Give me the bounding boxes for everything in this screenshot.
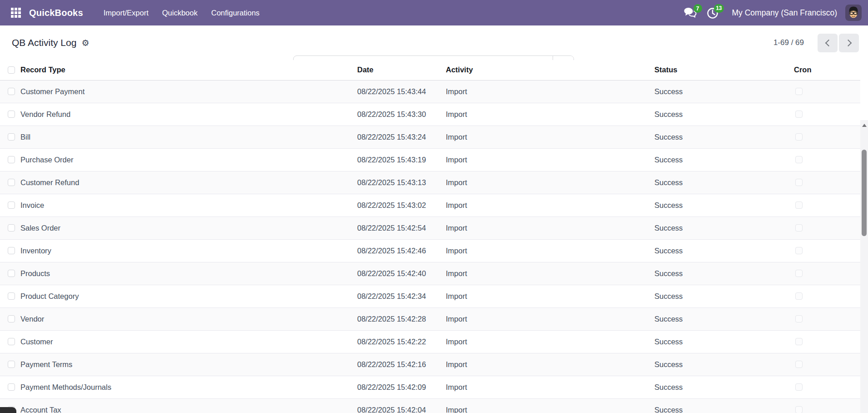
- row-checkbox[interactable]: [8, 133, 15, 141]
- actions-gear-button[interactable]: ⚙: [81, 39, 89, 47]
- nav-menus: Import/ExportQuickbookConfigurations: [97, 0, 266, 25]
- pager-next-button[interactable]: [839, 34, 859, 52]
- cell-record-type: Product Category: [20, 285, 357, 307]
- activity-rows: Customer Payment 08/22/2025 15:43:44 Imp…: [0, 80, 860, 413]
- table-row[interactable]: Customer Refund 08/22/2025 15:43:13 Impo…: [0, 171, 860, 194]
- table-row[interactable]: Customer Payment 08/22/2025 15:43:44 Imp…: [0, 80, 860, 103]
- cell-activity: Import: [446, 171, 654, 194]
- cell-record-type: Customer: [20, 330, 357, 353]
- cell-status: Success: [654, 398, 794, 413]
- pager: 1-69 / 69: [773, 25, 859, 60]
- column-header-activity[interactable]: Activity: [446, 60, 654, 80]
- row-checkbox[interactable]: [8, 315, 15, 322]
- cell-record-type: Inventory: [20, 239, 357, 262]
- row-checkbox[interactable]: [8, 383, 15, 391]
- activities-badge: 13: [714, 4, 723, 13]
- cell-status: Success: [654, 194, 794, 217]
- cell-activity: Import: [446, 126, 654, 148]
- cell-status: Success: [654, 80, 794, 103]
- cell-record-type: Payment Methods/Journals: [20, 376, 357, 398]
- activities-button[interactable]: 13: [704, 5, 723, 21]
- cell-activity: Import: [446, 353, 654, 376]
- cell-activity: Import: [446, 103, 654, 126]
- column-header-status[interactable]: Status: [654, 60, 794, 80]
- cell-date: 08/22/2025 15:42:28: [357, 307, 446, 330]
- cell-date: 08/22/2025 15:43:19: [357, 148, 446, 171]
- row-checkbox[interactable]: [8, 88, 15, 95]
- activity-table: Record Type Date Activity Status Cron Cu…: [0, 60, 860, 413]
- row-checkbox[interactable]: [8, 361, 15, 368]
- cell-activity: Import: [446, 148, 654, 171]
- top-navbar: QuickBooks Import/ExportQuickbookConfigu…: [0, 0, 868, 25]
- cell-activity: Import: [446, 307, 654, 330]
- cell-record-type: Products: [20, 262, 357, 285]
- row-checkbox[interactable]: [8, 292, 15, 300]
- scrollbar-thumb[interactable]: [862, 150, 867, 236]
- systray: 7 13 My Company (San Francisco): [681, 5, 862, 21]
- app-root: QuickBooks Import/ExportQuickbookConfigu…: [0, 0, 868, 413]
- browser-status-bubble: [0, 407, 16, 413]
- cron-checkbox: [795, 361, 803, 368]
- cell-status: Success: [654, 148, 794, 171]
- table-row[interactable]: Payment Terms 08/22/2025 15:42:16 Import…: [0, 353, 860, 376]
- cell-activity: Import: [446, 194, 654, 217]
- row-checkbox[interactable]: [8, 270, 15, 277]
- cell-activity: Import: [446, 217, 654, 239]
- scroll-up-button[interactable]: [860, 120, 868, 130]
- app-brand[interactable]: QuickBooks: [29, 8, 83, 18]
- cell-record-type: Bill: [20, 126, 357, 148]
- apps-grid-icon: [11, 8, 21, 18]
- table-row[interactable]: Customer 08/22/2025 15:42:22 Import Succ…: [0, 330, 860, 353]
- company-switcher[interactable]: My Company (San Francisco): [732, 8, 837, 18]
- select-all-checkbox[interactable]: [8, 66, 15, 74]
- row-checkbox[interactable]: [8, 111, 15, 118]
- control-panel: QB Activity Log ⚙ 1-69 / 69: [0, 25, 868, 60]
- table-row[interactable]: Bill 08/22/2025 15:43:24 Import Success: [0, 126, 860, 148]
- cell-status: Success: [654, 217, 794, 239]
- table-row[interactable]: Sales Order 08/22/2025 15:42:54 Import S…: [0, 217, 860, 239]
- table-row[interactable]: Vendor Refund 08/22/2025 15:43:30 Import…: [0, 103, 860, 126]
- cell-date: 08/22/2025 15:42:16: [357, 353, 446, 376]
- cell-status: Success: [654, 171, 794, 194]
- nav-menu-import-export[interactable]: Import/Export: [97, 0, 155, 25]
- cell-status: Success: [654, 307, 794, 330]
- cell-record-type: Sales Order: [20, 217, 357, 239]
- cell-record-type: Purchase Order: [20, 148, 357, 171]
- cell-date: 08/22/2025 15:43:02: [357, 194, 446, 217]
- table-row[interactable]: Inventory 08/22/2025 15:42:46 Import Suc…: [0, 239, 860, 262]
- column-header-cron[interactable]: Cron: [794, 60, 860, 80]
- pager-prev-button[interactable]: [818, 34, 838, 52]
- cron-checkbox: [795, 156, 803, 163]
- column-header-record-type[interactable]: Record Type: [20, 60, 357, 80]
- cron-checkbox: [795, 315, 803, 322]
- row-checkbox[interactable]: [8, 338, 15, 345]
- table-row[interactable]: Product Category 08/22/2025 15:42:34 Imp…: [0, 285, 860, 307]
- user-avatar[interactable]: [845, 5, 862, 21]
- cron-checkbox: [795, 133, 803, 141]
- scrollbar: [860, 120, 868, 413]
- row-checkbox[interactable]: [8, 247, 15, 254]
- nav-menu-quickbook[interactable]: Quickbook: [155, 0, 205, 25]
- row-checkbox[interactable]: [8, 224, 15, 232]
- cron-checkbox: [795, 406, 803, 413]
- cell-date: 08/22/2025 15:42:09: [357, 376, 446, 398]
- cell-date: 08/22/2025 15:43:44: [357, 80, 446, 103]
- table-row[interactable]: Vendor 08/22/2025 15:42:28 Import Succes…: [0, 307, 860, 330]
- cell-status: Success: [654, 353, 794, 376]
- table-row[interactable]: Account Tax 08/22/2025 15:42:04 Import S…: [0, 398, 860, 413]
- nav-menu-configurations[interactable]: Configurations: [205, 0, 266, 25]
- row-checkbox[interactable]: [8, 179, 15, 186]
- table-row[interactable]: Invoice 08/22/2025 15:43:02 Import Succe…: [0, 194, 860, 217]
- row-checkbox[interactable]: [8, 201, 15, 209]
- chevron-left-icon: [825, 39, 832, 46]
- cell-record-type: Customer Payment: [20, 80, 357, 103]
- cell-activity: Import: [446, 239, 654, 262]
- table-row[interactable]: Payment Methods/Journals 08/22/2025 15:4…: [0, 376, 860, 398]
- table-row[interactable]: Products 08/22/2025 15:42:40 Import Succ…: [0, 262, 860, 285]
- row-checkbox[interactable]: [8, 156, 15, 163]
- column-header-date[interactable]: Date: [357, 60, 446, 80]
- messages-button[interactable]: 7: [681, 5, 701, 21]
- chat-icon: [683, 13, 697, 20]
- apps-menu-button[interactable]: [7, 4, 25, 21]
- table-row[interactable]: Purchase Order 08/22/2025 15:43:19 Impor…: [0, 148, 860, 171]
